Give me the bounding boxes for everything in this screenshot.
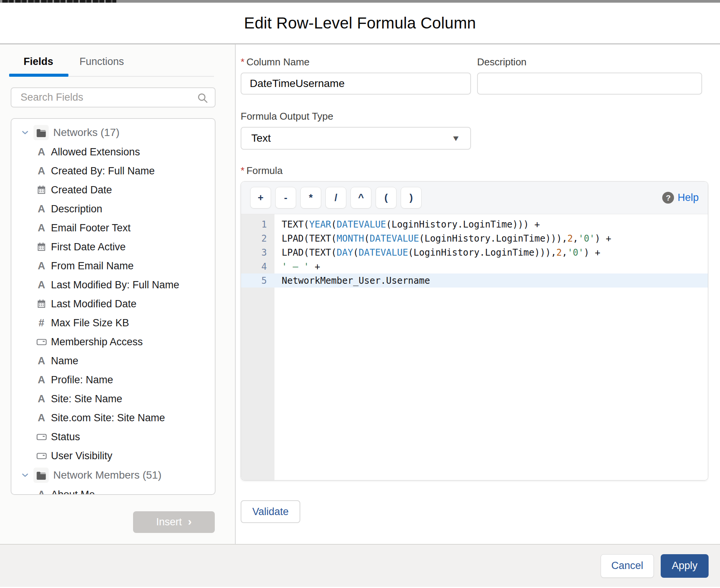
line-number: 1 [241,219,274,230]
page-title: Edit Row-Level Formula Column [244,14,476,32]
code-line-4[interactable]: 4' – ' + [241,259,708,273]
formula-form: * Column Name Description Formula Output… [236,44,720,544]
tab-fields[interactable]: Fields [9,54,68,76]
operator-button[interactable]: ( [376,187,396,209]
tree-field-row[interactable]: AName [11,351,215,370]
date-field-icon [36,299,47,309]
date-field-icon [36,185,47,195]
clipped-background-text [2,0,116,3]
tree-field-row[interactable]: Membership Access [11,332,215,351]
line-number: 3 [241,247,274,258]
field-tree: Networks (17)AAllowed ExtensionsACreated… [11,118,216,495]
number-field-icon: # [36,317,47,329]
field-label: From Email Name [51,260,134,272]
tab-functions[interactable]: Functions [68,54,135,76]
tree-field-row[interactable]: Status [11,427,215,446]
operator-button[interactable]: * [300,187,321,209]
description-input[interactable] [477,73,702,95]
tabs: FieldsFunctions [9,54,214,77]
field-label: Created By: Full Name [51,165,155,177]
operator-button[interactable]: ) [401,187,422,209]
field-label: Membership Access [51,336,143,348]
text-field-icon: A [36,393,47,405]
field-label: Created Date [51,184,112,196]
tree-field-row[interactable]: Created Date [11,180,215,199]
operator-button[interactable]: - [275,187,296,209]
output-type-select[interactable]: Text ▼ [241,127,471,150]
chevron-down-icon[interactable] [21,128,30,137]
text-field-icon: A [36,260,47,272]
modal-header: Edit Row-Level Formula Column [0,3,720,44]
operator-button[interactable]: + [250,187,271,209]
formula-label: * Formula [241,165,720,177]
output-type-label-text: Formula Output Type [241,111,333,122]
chevron-down-icon[interactable] [21,471,30,480]
tree-group-row[interactable]: Networks (17) [11,123,215,142]
tree-field-row[interactable]: AAbout Me [11,485,215,495]
modal-footer: Cancel Apply [0,544,720,587]
chevron-down-icon: ▼ [451,134,460,143]
picklist-field-icon [36,338,47,346]
column-name-input[interactable] [241,73,471,95]
folder-icon [33,125,49,140]
description-label: Description [477,56,702,68]
field-label: Name [51,355,78,367]
cancel-button[interactable]: Cancel [601,554,654,578]
field-label: Site: Site Name [51,393,122,405]
field-label: Max File Size KB [51,317,129,329]
code-line-3[interactable]: 3LPAD(TEXT(DAY(DATEVALUE(LoginHistory.Lo… [241,245,708,259]
operator-button[interactable]: ^ [350,187,371,209]
window-top-edge [0,0,720,3]
tree-field-row[interactable]: ASite.com Site: Site Name [11,408,215,427]
code-line-2[interactable]: 2LPAD(TEXT(MONTH(DATEVALUE(LoginHistory.… [241,231,708,245]
tree-field-row[interactable]: ADescription [11,199,215,218]
group-label: Networks (17) [53,126,119,139]
apply-button[interactable]: Apply [661,554,709,578]
tree-field-row[interactable]: Last Modified Date [11,294,215,313]
modal-body: FieldsFunctions Networks (17)AAllowed Ex… [0,44,720,544]
column-name-group: * Column Name [241,56,471,95]
tree-field-row[interactable]: ASite: Site Name [11,389,215,408]
help-link[interactable]: ? Help [662,192,699,204]
code-line-5[interactable]: 5NetworkMember_User.Username [241,273,708,288]
formula-editor: +-*/^() ? Help 1TEXT(YEAR(DATEVALUE(Logi… [241,181,708,481]
date-field-icon [36,242,47,252]
field-label: About Me [51,489,95,495]
tree-field-row[interactable]: User Visibility [11,446,215,465]
chevron-right-icon: › [188,516,192,527]
tree-field-row[interactable]: AAllowed Extensions [11,142,215,161]
field-label: Description [51,203,102,215]
required-asterisk: * [241,56,244,68]
field-label: User Visibility [51,450,113,462]
tree-field-row[interactable]: First Date Active [11,237,215,256]
operator-button[interactable]: / [325,187,346,209]
insert-row: Insert › [0,511,215,533]
help-icon: ? [662,192,674,204]
tree-field-row[interactable]: AEmail Footer Text [11,218,215,237]
editor-toolbar: +-*/^() ? Help [241,182,708,214]
search-icon [197,92,209,106]
tree-field-row[interactable]: ACreated By: Full Name [11,161,215,180]
help-label: Help [677,192,699,204]
field-label: First Date Active [51,241,126,253]
tree-field-row[interactable]: #Max File Size KB [11,313,215,332]
description-label-text: Description [477,56,527,68]
code-editor[interactable]: 1TEXT(YEAR(DATEVALUE(LoginHistory.LoginT… [241,214,708,480]
tree-field-row[interactable]: AFrom Email Name [11,256,215,275]
tree-group-row[interactable]: Network Members (51) [11,465,215,485]
text-field-icon: A [36,146,47,158]
search-input[interactable] [11,87,216,107]
insert-button[interactable]: Insert › [133,511,215,533]
formula-label-text: Formula [246,165,282,177]
output-type-value: Text [251,132,271,144]
picklist-field-icon [36,452,47,460]
code-line-1[interactable]: 1TEXT(YEAR(DATEVALUE(LoginHistory.LoginT… [241,217,708,231]
text-field-icon: A [36,203,47,215]
tree-field-row[interactable]: AProfile: Name [11,370,215,389]
field-label: Email Footer Text [51,222,131,234]
line-number: 2 [241,233,274,244]
folder-icon [33,468,49,483]
name-description-row: * Column Name Description [241,56,720,95]
validate-button[interactable]: Validate [241,500,300,523]
tree-field-row[interactable]: ALast Modified By: Full Name [11,275,215,294]
